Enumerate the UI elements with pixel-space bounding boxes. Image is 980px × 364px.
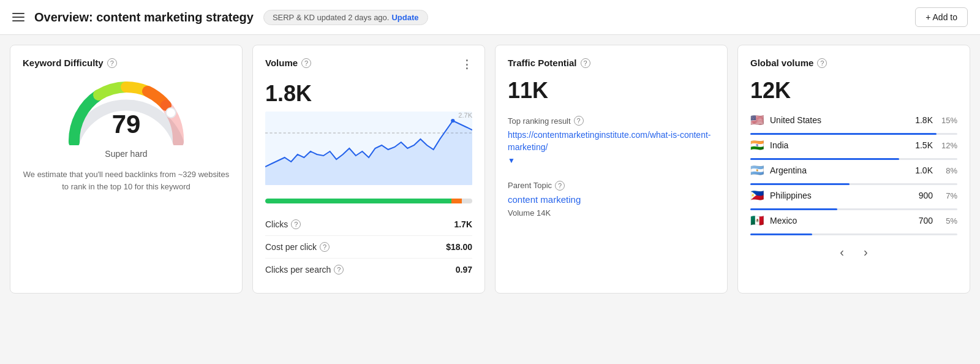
stats-row-cpc: Cost per click ? $18.00 <box>265 236 472 259</box>
country-row: 🇦🇷 Argentina 1.0K 8% <box>750 164 957 177</box>
country-item-3: 🇵🇭 Philippines 900 7% <box>750 189 957 210</box>
volume-more-icon[interactable]: ⋮ <box>461 58 472 71</box>
volume-stats: Clicks ? 1.7K Cost per click ? $18.00 Cl… <box>265 213 472 281</box>
country-bar-container <box>750 208 957 210</box>
volume-value: 1.8K <box>265 81 472 107</box>
country-pct: 5% <box>938 216 957 226</box>
hamburger-icon[interactable] <box>12 13 24 21</box>
progress-green <box>265 199 451 203</box>
country-name: Philippines <box>770 191 906 200</box>
kd-score: 79 <box>112 110 141 139</box>
country-bar-fill <box>750 133 937 135</box>
volume-card-title: Volume ? ⋮ <box>265 58 472 71</box>
add-to-button[interactable]: + Add to <box>915 7 968 27</box>
gauge-value: 79 <box>112 110 141 139</box>
country-flag: 🇵🇭 <box>750 189 765 202</box>
country-name: United States <box>770 115 906 125</box>
parent-topic-label: Parent Topic ? <box>508 181 715 191</box>
stats-row-clicks: Clicks ? 1.7K <box>265 213 472 236</box>
volume-chart-svg <box>265 112 472 185</box>
gauge-wrapper: 79 <box>65 78 187 145</box>
keyword-difficulty-card: Keyword Difficulty ? <box>10 45 243 294</box>
kd-gauge-container: 79 Super hard <box>23 78 230 159</box>
country-bar-container <box>750 233 957 235</box>
next-page-button[interactable]: › <box>859 243 873 262</box>
url-dropdown-icon[interactable]: ▼ <box>508 156 515 166</box>
volume-chart: 2.7K <box>265 112 472 191</box>
tp-value: 11K <box>508 78 715 104</box>
global-volume-card: Global volume ? 12K 🇺🇸 United States 1.8… <box>737 45 970 294</box>
tp-help-icon[interactable]: ? <box>581 58 590 68</box>
country-bar-fill <box>750 158 899 160</box>
gv-card-title: Global volume ? <box>750 58 957 68</box>
kd-card-title: Keyword Difficulty ? <box>23 58 230 68</box>
country-volume: 700 <box>911 216 933 226</box>
country-pct: 8% <box>938 166 957 175</box>
country-name: Argentina <box>770 165 906 175</box>
gv-help-icon[interactable]: ? <box>817 58 827 68</box>
country-bar-fill <box>750 233 812 235</box>
country-row: 🇲🇽 Mexico 700 5% <box>750 214 957 227</box>
parent-topic-volume: Volume 14K <box>508 208 715 218</box>
cpc-help-icon[interactable]: ? <box>320 242 330 252</box>
update-link[interactable]: Update <box>391 13 418 22</box>
country-bar-container <box>750 158 957 160</box>
cps-help-icon[interactable]: ? <box>334 265 344 275</box>
page-title: Overview: content marketing strategy <box>34 10 254 25</box>
prev-page-button[interactable]: ‹ <box>835 243 849 262</box>
country-item-2: 🇦🇷 Argentina 1.0K 8% <box>750 164 957 185</box>
top-ranking-url[interactable]: https://contentmarketinginstitute.com/wh… <box>508 129 715 166</box>
clicks-label: Clicks ? <box>265 219 301 229</box>
country-flag: 🇺🇸 <box>750 113 765 127</box>
top-ranking-label: Top ranking result ? <box>508 116 715 126</box>
country-bar-fill <box>750 208 837 210</box>
clicks-help-icon[interactable]: ? <box>291 219 301 229</box>
country-name: Mexico <box>770 216 906 226</box>
country-pct: 12% <box>938 141 957 150</box>
volume-progress-bar <box>265 199 472 203</box>
country-row: 🇮🇳 India 1.5K 12% <box>750 138 957 152</box>
country-item-4: 🇲🇽 Mexico 700 5% <box>750 214 957 235</box>
svg-point-3 <box>451 119 454 123</box>
country-row: 🇵🇭 Philippines 900 7% <box>750 189 957 202</box>
badge-text: SERP & KD updated 2 days ago. <box>273 13 390 22</box>
country-volume: 1.5K <box>911 140 933 150</box>
kd-description: We estimate that you'll need backlinks f… <box>23 169 230 192</box>
svg-point-0 <box>166 108 176 118</box>
parent-topic-link[interactable]: content marketing <box>508 194 715 205</box>
traffic-potential-card: Traffic Potential ? 11K Top ranking resu… <box>495 45 728 294</box>
gv-value: 12K <box>750 78 957 104</box>
country-row: 🇺🇸 United States 1.8K 15% <box>750 113 957 127</box>
cps-value: 0.97 <box>456 265 472 275</box>
country-pct: 15% <box>938 116 957 125</box>
cps-label: Clicks per search ? <box>265 265 344 275</box>
tp-card-title: Traffic Potential ? <box>508 58 715 68</box>
stats-row-cps: Clicks per search ? 0.97 <box>265 259 472 281</box>
clicks-value: 1.7K <box>454 219 472 229</box>
cpc-label: Cost per click ? <box>265 242 330 252</box>
top-ranking-help-icon[interactable]: ? <box>574 116 584 126</box>
kd-help-icon[interactable]: ? <box>107 58 117 68</box>
progress-orange <box>451 199 462 203</box>
country-bar-fill <box>750 183 850 185</box>
update-badge: SERP & KD updated 2 days ago. Update <box>263 10 428 25</box>
country-volume: 900 <box>911 191 933 200</box>
country-flag: 🇦🇷 <box>750 164 765 177</box>
header: Overview: content marketing strategy SER… <box>0 0 980 35</box>
country-item-0: 🇺🇸 United States 1.8K 15% <box>750 113 957 135</box>
country-flag: 🇮🇳 <box>750 138 765 152</box>
pagination: ‹ › <box>750 243 957 262</box>
country-pct: 7% <box>938 191 957 200</box>
country-name: India <box>770 140 906 150</box>
country-flag: 🇲🇽 <box>750 214 765 227</box>
chart-max-label: 2.7K <box>458 112 472 119</box>
main-content: Keyword Difficulty ? <box>0 35 980 303</box>
country-bar-container <box>750 133 957 135</box>
cpc-value: $18.00 <box>446 242 472 252</box>
parent-topic-help-icon[interactable]: ? <box>555 181 565 191</box>
volume-help-icon[interactable]: ? <box>301 58 311 68</box>
countries-list: 🇺🇸 United States 1.8K 15% 🇮🇳 India 1.5K … <box>750 113 957 235</box>
kd-difficulty-label: Super hard <box>105 149 147 159</box>
country-item-1: 🇮🇳 India 1.5K 12% <box>750 138 957 160</box>
country-bar-container <box>750 183 957 185</box>
